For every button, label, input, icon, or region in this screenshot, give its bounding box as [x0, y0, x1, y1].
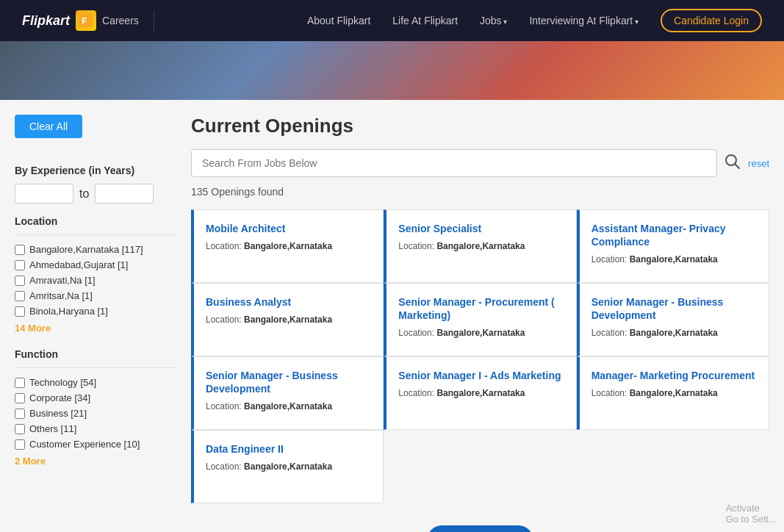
- list-item[interactable]: Technology [54]: [15, 377, 176, 388]
- candidate-login-button[interactable]: Candidate Login: [661, 9, 762, 32]
- nav-interviewing[interactable]: Interviewing At Flipkart: [529, 15, 639, 26]
- function-checkbox-others[interactable]: [15, 424, 25, 434]
- job-title: Mobile Architect: [206, 222, 371, 235]
- location-label-amritsar: Amritsar,Na [1]: [29, 290, 93, 301]
- function-checkbox-corporate[interactable]: [15, 393, 25, 403]
- function-divider: [15, 367, 176, 368]
- list-item[interactable]: Customer Experience [10]: [15, 439, 176, 450]
- flipkart-logo-text: Flipkart: [22, 13, 70, 29]
- job-location: Location: Bangalore,Karnataka: [206, 461, 371, 472]
- function-more-link[interactable]: 2 More: [15, 456, 176, 467]
- location-divider: [15, 234, 176, 235]
- careers-label: Careers: [102, 15, 139, 26]
- job-location: Location: Bangalore,Karnataka: [398, 388, 564, 398]
- job-card[interactable]: Data Engineer II Location: Bangalore,Kar…: [191, 430, 384, 503]
- list-item[interactable]: Others [11]: [15, 423, 176, 434]
- main-container: Clear All By Experience (in Years) to Lo…: [0, 100, 784, 532]
- job-card[interactable]: Mobile Architect Location: Bangalore,Kar…: [191, 209, 384, 283]
- location-label-amravati: Amravati,Na [1]: [29, 275, 96, 286]
- job-location: Location: Bangalore,Karnataka: [398, 328, 564, 338]
- search-row: reset: [191, 149, 769, 177]
- function-checkbox-customer-experience[interactable]: [15, 439, 25, 450]
- location-list: Bangalore,Karnataka [117] Ahmedabad,Guja…: [15, 244, 176, 317]
- job-card[interactable]: Assistant Manager- Privacy Compliance Lo…: [577, 209, 769, 283]
- function-checkbox-technology[interactable]: [15, 378, 25, 388]
- experience-range: to: [15, 184, 176, 204]
- more-jobs-container: More jobs: [191, 503, 769, 532]
- brand-area: Flipkart F Careers: [22, 10, 154, 31]
- location-checkbox-ahmedabad[interactable]: [15, 260, 25, 270]
- job-card[interactable]: Business Analyst Location: Bangalore,Kar…: [191, 283, 384, 356]
- nav-jobs[interactable]: Jobs: [480, 15, 507, 26]
- function-list: Technology [54] Corporate [34] Business …: [15, 377, 176, 450]
- job-location: Location: Bangalore,Karnataka: [206, 314, 371, 325]
- clear-all-button[interactable]: Clear All: [15, 115, 82, 138]
- experience-to-input[interactable]: [95, 184, 154, 204]
- experience-separator: to: [79, 187, 89, 201]
- function-label-technology: Technology [54]: [29, 377, 96, 388]
- location-more-link[interactable]: 14 More: [15, 323, 176, 334]
- watermark: ActivateGo to Sett...: [726, 503, 777, 525]
- list-item[interactable]: Corporate [34]: [15, 392, 176, 403]
- svg-line-3: [735, 164, 739, 168]
- nav-about-flipkart[interactable]: About Flipkart: [307, 15, 370, 26]
- job-title: Senior Specialist: [398, 222, 564, 235]
- job-location: Location: Bangalore,Karnataka: [591, 328, 757, 338]
- list-item[interactable]: Amritsar,Na [1]: [15, 290, 176, 301]
- jobs-grid: Mobile Architect Location: Bangalore,Kar…: [191, 209, 769, 503]
- location-label-binola: Binola,Haryana [1]: [29, 306, 108, 317]
- function-label-corporate: Corporate [34]: [29, 392, 90, 403]
- job-title: Data Engineer II: [206, 442, 371, 456]
- job-card[interactable]: Senior Manager I - Ads Marketing Locatio…: [384, 356, 576, 430]
- job-location: Location: Bangalore,Karnataka: [398, 241, 564, 251]
- hero-banner: [0, 41, 784, 100]
- job-title: Senior Manager - Procurement ( Marketing…: [398, 295, 564, 322]
- location-checkbox-binola[interactable]: [15, 306, 25, 317]
- location-checkbox-bangalore[interactable]: [15, 245, 25, 255]
- job-title: Manager- Marketing Procurement: [591, 369, 757, 382]
- job-location: Location: Bangalore,Karnataka: [206, 401, 371, 411]
- search-input[interactable]: [191, 149, 717, 177]
- list-item[interactable]: Business [21]: [15, 408, 176, 419]
- list-item[interactable]: Amravati,Na [1]: [15, 275, 176, 286]
- job-title: Assistant Manager- Privacy Compliance: [591, 222, 757, 248]
- function-label-business: Business [21]: [29, 408, 87, 419]
- job-card[interactable]: Senior Manager - Procurement ( Marketing…: [384, 283, 576, 356]
- svg-text:F: F: [82, 16, 87, 26]
- search-button[interactable]: [724, 154, 741, 173]
- job-card[interactable]: Senior Manager - Business Development Lo…: [191, 356, 384, 430]
- experience-from-input[interactable]: [15, 184, 73, 204]
- location-label-ahmedabad: Ahmedabad,Gujarat [1]: [29, 259, 128, 270]
- location-checkbox-amravati[interactable]: [15, 276, 25, 286]
- job-location: Location: Bangalore,Karnataka: [591, 388, 757, 398]
- job-card[interactable]: Senior Manager - Business Development Lo…: [577, 283, 769, 356]
- location-checkbox-amritsar[interactable]: [15, 291, 25, 301]
- function-checkbox-business[interactable]: [15, 409, 25, 419]
- list-item[interactable]: Ahmedabad,Gujarat [1]: [15, 259, 176, 270]
- sidebar: Clear All By Experience (in Years) to Lo…: [15, 115, 176, 532]
- job-location: Location: Bangalore,Karnataka: [591, 254, 757, 265]
- job-title: Business Analyst: [206, 295, 371, 309]
- content-area: Current Openings reset 135 Openings foun…: [191, 115, 769, 532]
- nav-links: About Flipkart Life At Flipkart Jobs Int…: [307, 9, 762, 32]
- page-title: Current Openings: [191, 115, 769, 137]
- job-card[interactable]: Senior Specialist Location: Bangalore,Ka…: [384, 209, 576, 283]
- function-section-title: Function: [15, 348, 176, 360]
- job-title: Senior Manager I - Ads Marketing: [398, 369, 564, 382]
- function-label-others: Others [11]: [29, 423, 76, 434]
- list-item[interactable]: Binola,Haryana [1]: [15, 306, 176, 317]
- flipkart-icon: F: [76, 10, 96, 31]
- function-label-customer-experience: Customer Experience [10]: [29, 439, 140, 450]
- openings-count: 135 Openings found: [191, 186, 769, 198]
- experience-section-title: By Experience (in Years): [15, 165, 176, 176]
- more-jobs-button[interactable]: More jobs: [427, 525, 534, 532]
- reset-link[interactable]: reset: [748, 158, 769, 169]
- job-card[interactable]: Manager- Marketing Procurement Location:…: [577, 356, 769, 430]
- list-item[interactable]: Bangalore,Karnataka [117]: [15, 244, 176, 255]
- navbar: Flipkart F Careers About Flipkart Life A…: [0, 0, 784, 41]
- location-label-bangalore: Bangalore,Karnataka [117]: [29, 244, 143, 255]
- location-section-title: Location: [15, 215, 176, 227]
- nav-life-at-flipkart[interactable]: Life At Flipkart: [392, 15, 458, 26]
- job-title: Senior Manager - Business Development: [591, 295, 757, 322]
- job-location: Location: Bangalore,Karnataka: [206, 241, 371, 251]
